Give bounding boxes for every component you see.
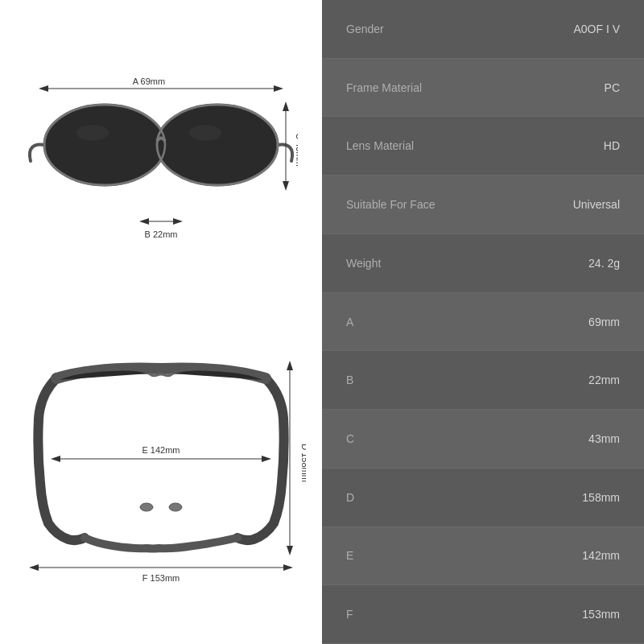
svg-point-5	[189, 125, 221, 141]
spec-label: Frame Material	[346, 81, 422, 94]
diagram-panel: A 69mm C 43mm B 22mm	[0, 0, 322, 644]
spec-label: Lens Material	[346, 139, 414, 152]
spec-row: Frame MaterialPC	[322, 59, 644, 118]
spec-row: Lens MaterialHD	[322, 117, 644, 175]
spec-value: 24. 2g	[588, 257, 620, 270]
spec-label: F	[346, 608, 353, 621]
spec-row: GenderA0OF I V	[322, 0, 644, 59]
spec-value: 22mm	[588, 374, 620, 386]
svg-text:C  43mm: C 43mm	[295, 133, 298, 167]
svg-marker-22	[287, 546, 293, 555]
specs-panel: GenderA0OF I VFrame MaterialPCLens Mater…	[322, 0, 644, 644]
spec-value: 153mm	[582, 608, 620, 621]
svg-text:D  158mm: D 158mm	[300, 444, 306, 482]
svg-point-19	[169, 503, 182, 511]
svg-point-4	[76, 125, 109, 141]
svg-marker-12	[283, 181, 289, 191]
spec-value: 43mm	[588, 432, 620, 445]
spec-label: E	[346, 549, 353, 562]
spec-row: D158mm	[322, 469, 644, 527]
svg-text:B  22mm: B 22mm	[145, 229, 178, 239]
spec-row: Weight24. 2g	[322, 234, 644, 293]
svg-marker-30	[283, 564, 293, 571]
top-view-diagram: D 158mm E 142mm F 153mm	[8, 314, 314, 620]
spec-label: B	[346, 374, 353, 386]
svg-text:E  142mm: E 142mm	[142, 445, 180, 455]
svg-marker-21	[287, 361, 293, 370]
spec-row: Suitable For FaceUniversal	[322, 175, 644, 234]
svg-marker-8	[274, 85, 283, 92]
spec-value: 142mm	[582, 549, 620, 562]
spec-label: A	[346, 316, 353, 328]
spec-label: Weight	[346, 257, 381, 270]
svg-point-18	[140, 503, 153, 511]
spec-value: 69mm	[588, 316, 620, 328]
spec-row: F153mm	[322, 585, 644, 644]
spec-row: C43mm	[322, 410, 644, 469]
svg-marker-26	[262, 456, 271, 462]
spec-value: PC	[605, 81, 620, 94]
spec-value: 158mm	[582, 491, 620, 504]
svg-marker-15	[139, 218, 149, 225]
spec-label: D	[346, 491, 354, 504]
spec-label: Suitable For Face	[346, 198, 436, 211]
svg-marker-11	[283, 101, 289, 111]
svg-marker-25	[51, 456, 60, 462]
spec-value: Universal	[573, 198, 620, 211]
front-view-diagram: A 69mm C 43mm B 22mm	[8, 24, 314, 298]
front-view-svg: A 69mm C 43mm B 22mm	[24, 40, 298, 282]
svg-text:F  153mm: F 153mm	[142, 573, 180, 583]
spec-row: B22mm	[322, 351, 644, 410]
svg-marker-16	[173, 218, 183, 225]
spec-row: A69mm	[322, 293, 644, 352]
spec-label: C	[346, 432, 354, 445]
spec-value: A0OF I V	[573, 23, 620, 35]
spec-row: E142mm	[322, 527, 644, 586]
svg-marker-7	[39, 85, 48, 92]
top-view-svg: D 158mm E 142mm F 153mm	[16, 330, 306, 604]
svg-marker-29	[29, 564, 39, 571]
svg-text:A  69mm: A 69mm	[133, 76, 165, 86]
spec-value: HD	[604, 139, 620, 152]
spec-label: Gender	[346, 23, 384, 35]
